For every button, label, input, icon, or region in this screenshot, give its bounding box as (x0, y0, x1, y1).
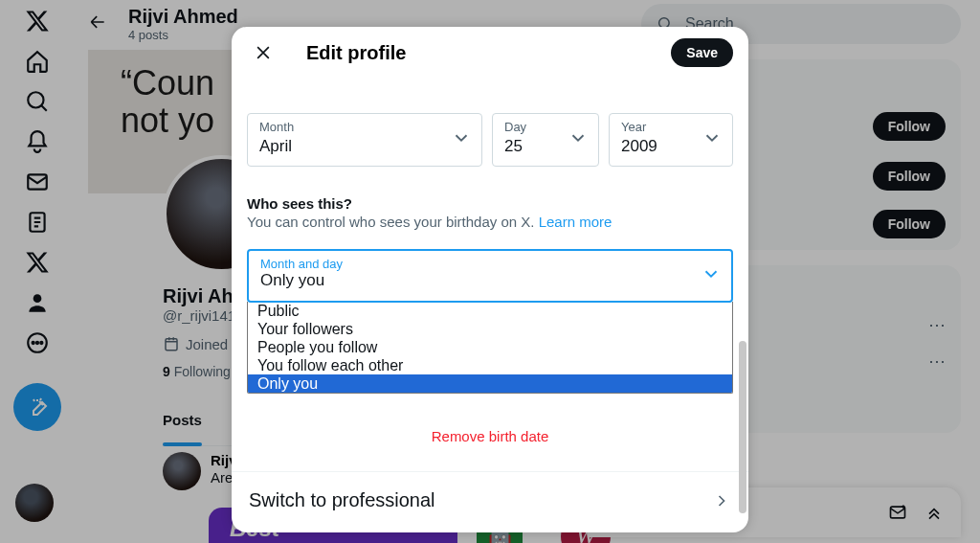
chevron-down-icon (701, 263, 722, 288)
birth-month-select[interactable]: Month April (247, 113, 482, 167)
learn-more-link[interactable]: Learn more (539, 214, 612, 230)
switch-to-professional[interactable]: Switch to professional (232, 471, 748, 511)
visibility-dropdown: Public Your followers People you follow … (247, 302, 733, 394)
modal-scrollbar[interactable] (739, 341, 746, 513)
field-value: Only you (260, 271, 720, 290)
field-label: Month (259, 120, 294, 134)
chevron-down-icon (451, 127, 472, 152)
close-icon[interactable] (247, 36, 279, 69)
who-sees-sub: You can control who sees your birthday o… (247, 214, 733, 230)
remove-birth-date-link[interactable]: Remove birth date (247, 428, 733, 444)
chevron-right-icon (712, 491, 731, 510)
option-mutual[interactable]: You follow each other (248, 356, 732, 374)
chevron-down-icon (702, 127, 723, 152)
chevron-down-icon (568, 127, 589, 152)
month-day-visibility-select[interactable]: Month and day Only you (247, 249, 733, 303)
field-label: Day (504, 120, 526, 134)
modal-title: Edit profile (306, 42, 406, 64)
field-label: Month and day (260, 257, 720, 271)
field-value: April (259, 137, 470, 156)
birth-year-select[interactable]: Year 2009 (609, 113, 733, 167)
option-your-followers[interactable]: Your followers (248, 320, 732, 338)
switch-label: Switch to professional (249, 489, 435, 511)
option-only-you[interactable]: Only you (248, 374, 732, 393)
who-sees-heading: Who sees this? (247, 195, 733, 212)
save-button[interactable]: Save (671, 38, 733, 67)
option-public[interactable]: Public (248, 302, 732, 320)
field-label: Year (621, 120, 646, 134)
birth-day-select[interactable]: Day 25 (492, 113, 599, 167)
edit-profile-modal: Edit profile Save Month April Day 25 Yea… (232, 27, 748, 532)
option-people-you-follow[interactable]: People you follow (248, 338, 732, 356)
